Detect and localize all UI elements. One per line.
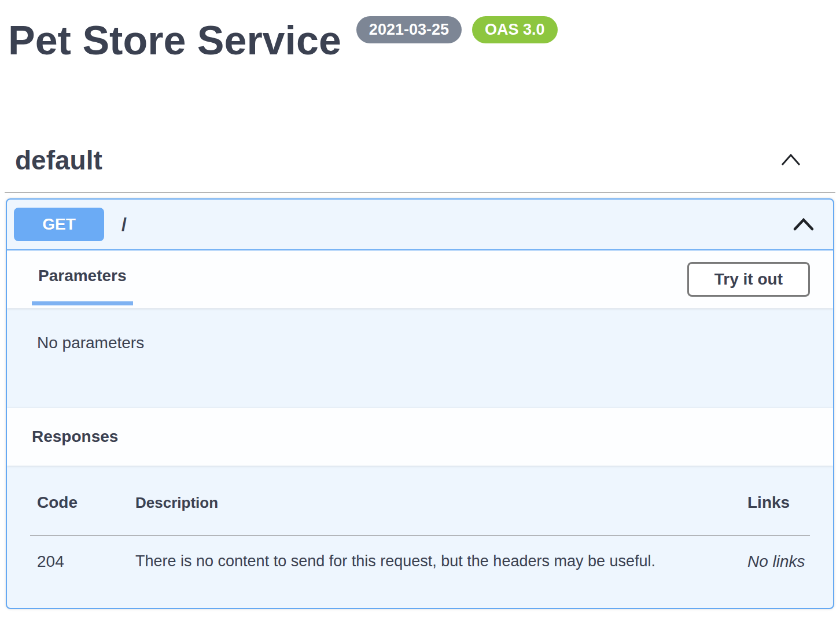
column-header-description: Description [128,493,740,536]
operation-path: / [121,214,127,235]
parameters-section-header: Parameters Try it out [7,250,833,308]
api-badges: 2021-03-25 OAS 3.0 [356,16,558,43]
response-code: 204 [30,536,128,571]
api-info-header: Pet Store Service 2021-03-25 OAS 3.0 [0,0,840,65]
responses-title: Responses [32,427,118,446]
try-it-out-button[interactable]: Try it out [687,262,810,297]
tag-section-header[interactable]: default [0,145,840,176]
tag-divider [5,192,835,193]
response-links: No links [740,536,810,571]
column-header-links: Links [740,493,810,536]
table-row-204: 204 There is no content to send for this… [30,536,810,571]
response-description: There is no content to send for this req… [128,536,740,571]
column-header-code: Code [30,493,128,536]
responses-section-header: Responses [7,408,833,466]
responses-body: Code Description Links 204 There is no c… [7,466,833,608]
chevron-up-icon [780,152,802,169]
api-title-text: Pet Store Service [8,16,341,65]
operation-collapse-button[interactable] [790,214,817,235]
http-method-badge: GET [14,208,104,241]
opblock-summary[interactable]: GET / [7,200,833,250]
tab-parameters[interactable]: Parameters [32,250,133,305]
opblock-get: GET / Parameters Try it out No parameter… [6,198,834,609]
page-title: Pet Store Service 2021-03-25 OAS 3.0 [8,16,558,65]
chevron-up-icon [793,216,815,233]
responses-table: Code Description Links 204 There is no c… [30,493,810,571]
oas-version-badge: OAS 3.0 [472,16,558,43]
version-badge: 2021-03-25 [356,16,462,43]
tag-name: default [15,145,102,176]
tag-collapse-button[interactable] [778,150,804,171]
no-parameters-text: No parameters [7,308,833,408]
responses-table-header-row: Code Description Links [30,493,810,536]
